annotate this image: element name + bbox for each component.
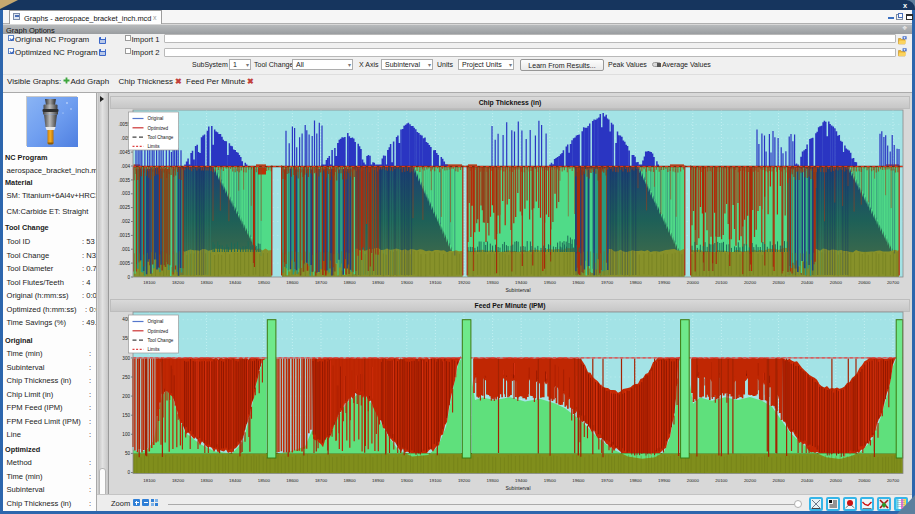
svg-text:20200: 20200 (744, 478, 757, 483)
svg-text:200: 200 (122, 394, 130, 399)
svg-text:Tool Change: Tool Change (148, 338, 174, 343)
svg-text:18100: 18100 (143, 478, 156, 483)
svg-text:300: 300 (122, 356, 130, 361)
svg-text:19300: 19300 (486, 478, 499, 483)
svg-text:Subinterval: Subinterval (505, 485, 530, 491)
svg-text:18400: 18400 (229, 478, 242, 483)
svg-text:19700: 19700 (601, 478, 614, 483)
svg-text:19100: 19100 (429, 478, 442, 483)
svg-text:19800: 19800 (629, 478, 642, 483)
svg-text:20600: 20600 (858, 478, 871, 483)
svg-text:100: 100 (122, 432, 130, 437)
svg-text:18800: 18800 (343, 478, 356, 483)
svg-text:19000: 19000 (401, 478, 414, 483)
svg-text:19600: 19600 (572, 478, 585, 483)
svg-text:18200: 18200 (172, 478, 185, 483)
svg-text:19500: 19500 (544, 478, 557, 483)
svg-text:18500: 18500 (258, 478, 271, 483)
svg-text:Optimized: Optimized (148, 329, 169, 334)
svg-text:20700: 20700 (887, 478, 900, 483)
svg-text:19400: 19400 (515, 478, 528, 483)
svg-text:20100: 20100 (715, 478, 728, 483)
svg-text:19200: 19200 (458, 478, 471, 483)
svg-text:20000: 20000 (687, 478, 700, 483)
svg-text:18700: 18700 (315, 478, 328, 483)
svg-text:18600: 18600 (286, 478, 299, 483)
svg-text:0: 0 (127, 470, 130, 475)
svg-text:20500: 20500 (830, 478, 843, 483)
svg-text:150: 150 (122, 413, 130, 418)
svg-text:50: 50 (125, 451, 131, 456)
svg-text:Limits: Limits (148, 347, 161, 352)
svg-text:250: 250 (122, 375, 130, 380)
svg-text:18900: 18900 (372, 478, 385, 483)
svg-text:Original: Original (148, 319, 164, 324)
svg-text:20300: 20300 (772, 478, 785, 483)
svg-text:18300: 18300 (200, 478, 213, 483)
svg-text:19900: 19900 (658, 478, 671, 483)
svg-text:20400: 20400 (801, 478, 814, 483)
